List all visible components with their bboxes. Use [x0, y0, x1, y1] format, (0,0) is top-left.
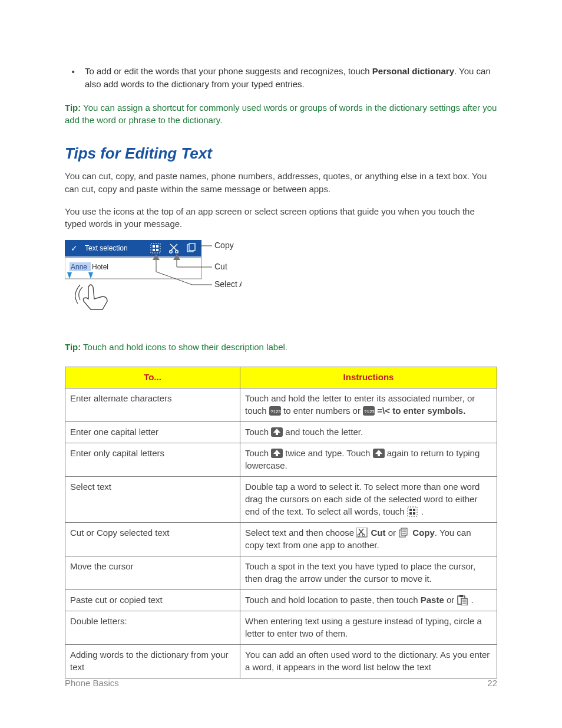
svg-rect-4 — [153, 249, 155, 251]
cut-label: Cut — [368, 528, 385, 538]
table-row: Select text Double tap a word to select … — [65, 476, 497, 522]
cell-ins: Touch and touch the letter. — [240, 421, 497, 443]
cell-ins: Touch and hold location to paste, then t… — [240, 589, 497, 611]
svg-rect-2 — [153, 245, 155, 248]
cell-to: Double letters: — [65, 611, 240, 644]
check-icon: ✓ — [71, 243, 78, 253]
tip-label: Tip: — [65, 342, 81, 352]
bold-personal-dictionary: Personal dictionary — [372, 66, 454, 76]
paste-icon — [457, 595, 468, 605]
svg-text:?123: ?123 — [364, 409, 375, 414]
header-instructions: Instructions — [240, 367, 497, 388]
body-para-1: You can cut, copy, and paste names, phon… — [65, 170, 497, 196]
table-row: Double letters: When entering text using… — [65, 611, 497, 644]
body-para-2: You use the icons at the top of an app s… — [65, 205, 497, 231]
table-row: Paste cut or copied text Touch and hold … — [65, 589, 497, 611]
cell-to: Move the cursor — [65, 556, 240, 589]
bullet-item: To add or edit the words that your phone… — [65, 65, 497, 91]
tip-1: Tip: You can assign a shortcut for commo… — [65, 101, 497, 127]
cell-to: Paste cut or copied text — [65, 589, 240, 611]
header-to: To... — [65, 367, 240, 388]
cell-ins: Double tap a word to select it. To selec… — [240, 476, 497, 522]
table-header-row: To... Instructions — [65, 367, 497, 388]
plain-text: Hotel — [92, 263, 108, 271]
svg-text:?123: ?123 — [270, 409, 281, 414]
bullet-text-pre: To add or edit the words that your phone… — [85, 66, 372, 76]
cell-to: Enter only capital letters — [65, 443, 240, 476]
table-row: Enter one capital letter Touch and touch… — [65, 421, 497, 443]
tip-text: You can assign a shortcut for commonly u… — [65, 103, 497, 126]
footer-page: 22 — [487, 678, 497, 688]
page-footer: Phone Basics 22 — [65, 678, 497, 688]
table-row: Cut or Copy selected text Select text an… — [65, 522, 497, 556]
svg-rect-27 — [413, 509, 415, 511]
cell-ins: Touch and hold the letter to enter its a… — [240, 388, 497, 421]
q123-icon: ?123 — [363, 406, 375, 416]
cell-to: Select text — [65, 476, 240, 522]
cell-ins: Touch a spot in the text you have typed … — [240, 556, 497, 589]
cell-to: Enter alternate characters — [65, 388, 240, 421]
table-row: Adding words to the dictionary from your… — [65, 644, 497, 678]
bullet-list: To add or edit the words that your phone… — [65, 65, 497, 91]
label-copy: Copy — [214, 241, 234, 250]
instructions-table: To... Instructions Enter alternate chara… — [65, 367, 497, 678]
shift-icon — [271, 427, 283, 437]
cell-ins: You can add an often used word to the di… — [240, 644, 497, 678]
table-row: Move the cursor Touch a spot in the text… — [65, 556, 497, 589]
svg-rect-25 — [408, 507, 417, 516]
svg-rect-13 — [65, 256, 201, 258]
shift-icon — [271, 449, 283, 458]
select-all-icon — [407, 506, 419, 517]
cell-to: Cut or Copy selected text — [65, 522, 240, 556]
label-cut: Cut — [214, 262, 227, 271]
cell-to: Adding words to the dictionary from your… — [65, 644, 240, 678]
copy-icon — [398, 528, 410, 538]
svg-rect-29 — [413, 512, 415, 515]
cell-ins: When entering text using a gesture inste… — [240, 611, 497, 644]
tip-2: Tip: Touch and hold icons to show their … — [65, 341, 497, 354]
cell-ins: Select text and then choose Cut or Copy.… — [240, 522, 497, 556]
label-select-all: Select All — [214, 279, 242, 289]
svg-rect-41 — [459, 595, 463, 597]
touch-hand-icon — [75, 285, 107, 309]
paste-label: Paste — [421, 595, 444, 605]
cell-to: Enter one capital letter — [65, 421, 240, 443]
svg-rect-5 — [156, 249, 158, 251]
svg-rect-11 — [189, 243, 195, 251]
svg-rect-26 — [409, 509, 412, 511]
shift-icon — [373, 449, 385, 458]
table-row: Enter alternate characters Touch and hol… — [65, 388, 497, 421]
cut-icon — [356, 528, 368, 538]
cell-ins: Touch twice and type. Touch again to ret… — [240, 443, 497, 476]
tip-text: Touch and hold icons to show their descr… — [81, 342, 287, 352]
tip-label: Tip: — [65, 103, 81, 113]
svg-rect-28 — [409, 512, 412, 515]
diagram-svg: ✓ Text selection — [65, 240, 242, 328]
copy-label: Copy — [410, 528, 435, 538]
text-selection-diagram: ✓ Text selection — [65, 240, 242, 330]
section-heading: Tips for Editing Text — [65, 144, 497, 163]
toolbar-label: Text selection — [85, 244, 128, 252]
selected-text: Anne — [71, 263, 87, 271]
footer-section: Phone Basics — [65, 678, 119, 688]
q123-icon: ?123 — [269, 406, 281, 416]
table-row: Enter only capital letters Touch twice a… — [65, 443, 497, 476]
svg-rect-3 — [156, 245, 158, 248]
